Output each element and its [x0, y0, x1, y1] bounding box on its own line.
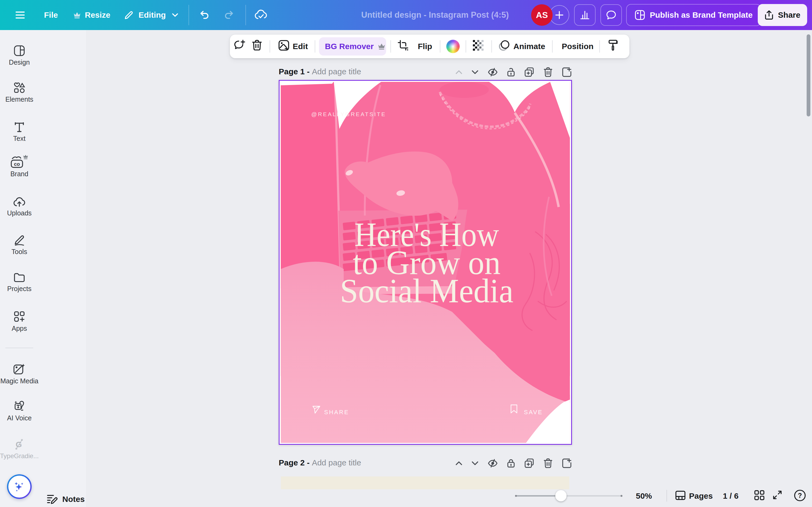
- svg-text:SHARE: SHARE: [324, 409, 349, 415]
- svg-text:?: ?: [798, 492, 802, 499]
- svg-text:Social Media: Social Media: [340, 272, 513, 309]
- svg-text:SAVE: SAVE: [524, 409, 543, 415]
- svg-text:@REALLYGREATSITE: @REALLYGREATSITE: [311, 111, 386, 117]
- svg-text:co: co: [14, 161, 20, 167]
